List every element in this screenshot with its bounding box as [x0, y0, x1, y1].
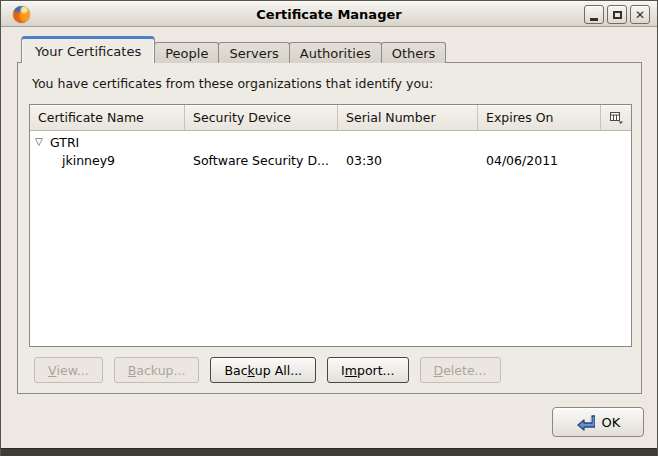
tab-label: Others — [392, 46, 436, 61]
maximize-icon — [613, 11, 622, 19]
ok-button[interactable]: OK — [552, 407, 644, 437]
tab-label: Authorities — [300, 46, 371, 61]
tab-authorities[interactable]: Authorities — [289, 42, 382, 63]
minimize-icon — [590, 18, 598, 21]
window-bottom-frame — [1, 448, 657, 456]
window-controls: ✕ — [584, 5, 650, 24]
certificate-manager-window: Certificate Manager ✕ Your Certificates … — [0, 0, 658, 456]
import-button[interactable]: Import... — [327, 357, 408, 383]
tab-label: Servers — [229, 46, 278, 61]
tab-your-certificates[interactable]: Your Certificates — [21, 36, 155, 63]
enter-arrow-icon — [576, 414, 595, 431]
view-button[interactable]: View... — [34, 357, 103, 383]
certificate-table: Certificate Name Security Device Serial … — [29, 104, 632, 347]
window-title: Certificate Manager — [1, 1, 657, 28]
column-header-certificate-name[interactable]: Certificate Name — [30, 105, 185, 130]
tab-servers[interactable]: Servers — [218, 42, 289, 63]
tab-label: Your Certificates — [35, 44, 141, 59]
table-row-jkinney9[interactable]: jkinney9 Software Security D... 03:30 04… — [30, 151, 631, 169]
minimize-button[interactable] — [584, 5, 604, 24]
your-certificates-panel: You have certificates from these organiz… — [17, 62, 642, 394]
tab-label: People — [165, 46, 208, 61]
close-icon: ✕ — [635, 9, 645, 21]
group-name: GTRI — [50, 135, 79, 150]
tree-expanded-icon[interactable]: ▽ — [35, 137, 48, 147]
titlebar[interactable]: Certificate Manager ✕ — [1, 0, 657, 27]
table-header: Certificate Name Security Device Serial … — [30, 105, 631, 131]
column-picker-button[interactable] — [601, 105, 631, 130]
column-header-serial-number[interactable]: Serial Number — [338, 105, 478, 130]
close-button[interactable]: ✕ — [630, 5, 650, 24]
delete-button[interactable]: Delete... — [420, 357, 501, 383]
column-header-expires-on[interactable]: Expires On — [478, 105, 601, 130]
tab-others[interactable]: Others — [381, 42, 447, 63]
panel-caption: You have certificates from these organiz… — [32, 76, 433, 91]
cell-certificate-name: jkinney9 — [30, 153, 185, 168]
column-picker-icon — [609, 111, 624, 124]
tab-bar: Your Certificates People Servers Authori… — [21, 36, 445, 63]
cell-security-device: Software Security D... — [185, 153, 338, 168]
backup-all-button[interactable]: Backup All... — [210, 357, 316, 383]
cell-serial-number: 03:30 — [338, 153, 478, 168]
cell-expires-on: 04/06/2011 — [478, 153, 601, 168]
action-button-row: View... Backup... Backup All... Import..… — [34, 357, 501, 383]
tab-people[interactable]: People — [154, 42, 219, 63]
table-body: ▽ GTRI jkinney9 Software Security D... 0… — [30, 131, 631, 346]
table-row-group-gtri[interactable]: ▽ GTRI — [30, 133, 631, 151]
maximize-button[interactable] — [607, 5, 627, 24]
column-header-security-device[interactable]: Security Device — [185, 105, 338, 130]
backup-button[interactable]: Backup... — [114, 357, 200, 383]
ok-label: OK — [602, 415, 621, 430]
